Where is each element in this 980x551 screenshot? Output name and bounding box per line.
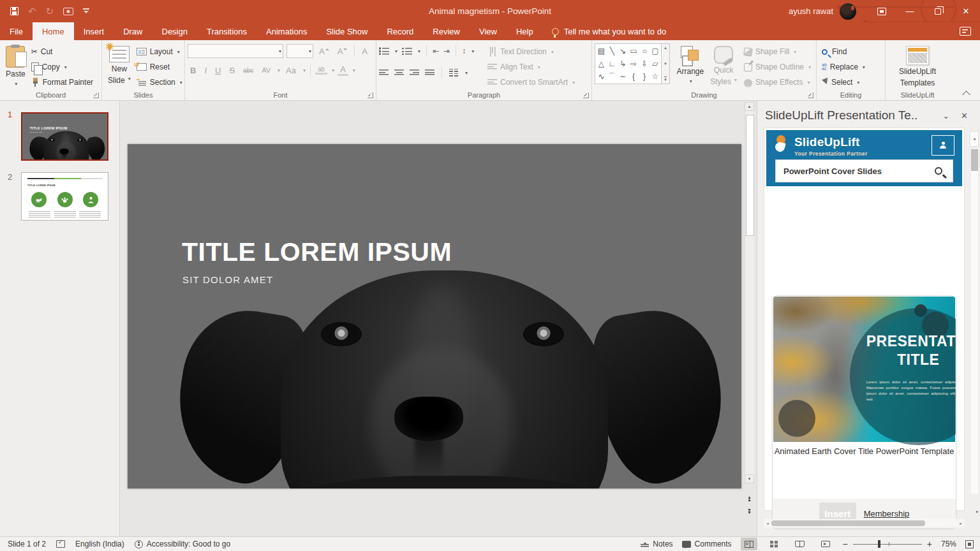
tab-file[interactable]: File — [0, 22, 33, 40]
comments-flyout-icon[interactable] — [960, 27, 971, 36]
ribbon-display-options-icon[interactable] — [868, 0, 896, 22]
tab-help[interactable]: Help — [507, 22, 543, 40]
slide-1-thumbnail[interactable]: TITLE LOREM IPSUM SIT DOLOR AMET — [21, 112, 108, 161]
hscroll-right-icon[interactable]: ▸ — [957, 521, 965, 526]
pane-scroll-down-icon[interactable]: ▾ — [976, 510, 978, 515]
slide-title-textbox[interactable]: TITLE LOREM IPSUM — [182, 237, 452, 267]
text-highlight-button[interactable]: ab — [315, 66, 327, 75]
avatar[interactable] — [840, 3, 856, 20]
shape-right-brace-icon[interactable]: } — [643, 73, 646, 80]
collapse-ribbon-icon[interactable] — [962, 91, 971, 96]
shapes-more-icon[interactable]: ▾ — [664, 77, 667, 82]
slideshow-view-button[interactable] — [817, 538, 834, 550]
slide-2-thumbnail[interactable]: TITLE LOREM IPSUM — [21, 172, 108, 221]
shape-star-icon[interactable]: ☆ — [652, 73, 659, 80]
shape-line-icon[interactable]: ╲ — [610, 47, 614, 55]
tab-review[interactable]: Review — [423, 22, 470, 40]
tab-home[interactable]: Home — [33, 22, 74, 40]
layout-button[interactable]: Layout ▾ — [134, 45, 185, 59]
template-card[interactable]: PRESENTATION TITLE Lorem ipsum dolor sit… — [772, 295, 956, 529]
paragraph-dialog-launcher[interactable] — [583, 92, 589, 98]
select-button[interactable]: Select ▾ — [819, 75, 882, 89]
pane-vscroll-thumb[interactable] — [971, 149, 978, 171]
new-slide-button[interactable]: New Slide▾ — [105, 43, 134, 91]
shapes-scroll-up-icon[interactable]: ▴ — [664, 45, 667, 50]
pane-collapse-icon[interactable]: ◂ — [970, 131, 979, 147]
shape-triangle-icon[interactable]: △ — [598, 60, 604, 68]
next-slide-icon[interactable]: ▼▼ — [745, 506, 754, 517]
justify-icon[interactable] — [425, 69, 434, 77]
scrollbar-track[interactable] — [745, 111, 754, 474]
line-spacing-icon[interactable]: ↕ — [462, 47, 466, 55]
italic-button[interactable]: I — [202, 66, 209, 75]
align-center-icon[interactable] — [394, 69, 404, 77]
increase-font-size-button[interactable]: A — [316, 47, 332, 56]
tab-animations[interactable]: Animations — [256, 22, 316, 40]
align-right-icon[interactable] — [410, 69, 419, 77]
character-spacing-button[interactable]: AV — [259, 66, 273, 74]
strikethrough-button[interactable]: S — [226, 66, 237, 75]
hscroll-left-icon[interactable]: ◂ — [764, 521, 771, 526]
columns-icon[interactable] — [449, 69, 458, 77]
find-button[interactable]: Find — [819, 45, 882, 59]
decrease-indent-icon[interactable]: ⇤ — [433, 47, 439, 55]
shape-right-arrow-icon[interactable]: ⇨ — [630, 60, 637, 68]
text-highlight-dropdown-icon[interactable]: ▾ — [332, 68, 334, 73]
tell-me-search[interactable]: Tell me what you want to do — [552, 22, 666, 40]
copy-button[interactable]: Copy ▾ — [29, 60, 96, 74]
clear-formatting-button[interactable]: A — [359, 47, 370, 56]
task-pane-options-chevron-icon[interactable]: ⌄ — [937, 111, 955, 121]
shape-scribble-icon[interactable]: ∿ — [598, 73, 604, 80]
spell-check-icon[interactable] — [56, 540, 65, 548]
font-size-combobox[interactable]: ▾ — [286, 44, 313, 58]
accessibility-status[interactable]: Accessibility: Good to go — [135, 540, 230, 548]
shape-snip-corner-icon[interactable]: ▱ — [652, 60, 658, 68]
language-status[interactable]: English (India) — [75, 540, 124, 548]
scroll-up-icon[interactable]: ▴ — [745, 102, 754, 111]
tab-insert[interactable]: Insert — [74, 22, 114, 40]
arrange-button[interactable]: Arrange ▾ — [674, 43, 708, 91]
pane-vertical-scrollbar[interactable] — [971, 149, 978, 494]
line-spacing-dropdown-icon[interactable]: ▾ — [471, 48, 474, 54]
notes-toggle[interactable]: Notes — [641, 540, 672, 548]
slideuplift-templates-button[interactable]: SlideUpLift Templates — [896, 43, 939, 91]
text-direction-button[interactable]: Text Direction ▾ — [485, 45, 577, 59]
shape-elbow-icon[interactable]: ∟ — [608, 60, 616, 68]
shape-line-arrow-icon[interactable]: ↘ — [620, 47, 626, 55]
reading-view-button[interactable] — [792, 538, 808, 550]
shape-rectangle-icon[interactable]: ▭ — [630, 47, 637, 55]
underline-button[interactable]: U — [212, 66, 223, 75]
reset-button[interactable]: Reset — [134, 60, 185, 74]
shape-down-arrow-icon[interactable]: ⇩ — [641, 60, 648, 68]
cut-button[interactable]: ✂ Cut — [29, 45, 96, 59]
tab-slideshow[interactable]: Slide Show — [316, 22, 377, 40]
template-search-input[interactable] — [776, 166, 935, 176]
bullets-icon[interactable] — [379, 47, 389, 55]
columns-dropdown-icon[interactable]: ▾ — [465, 70, 468, 76]
shape-textbox-icon[interactable]: ▤ — [598, 47, 605, 55]
comments-toggle[interactable]: Comments — [682, 540, 732, 548]
zoom-out-icon[interactable]: − — [843, 539, 848, 549]
format-painter-button[interactable]: Format Painter — [29, 75, 96, 89]
character-spacing-dropdown-icon[interactable]: ▾ — [278, 68, 280, 73]
zoom-percentage[interactable]: 75% — [941, 540, 956, 548]
change-case-button[interactable]: Aa — [283, 66, 299, 75]
shape-curve-icon[interactable]: ∼ — [620, 73, 626, 80]
font-color-button[interactable]: A — [338, 64, 348, 76]
numbering-icon[interactable] — [402, 47, 412, 55]
align-text-button[interactable]: Align Text ▾ — [485, 60, 577, 74]
zoom-in-icon[interactable]: + — [927, 539, 932, 549]
membership-link[interactable]: Membership — [864, 509, 910, 518]
shape-arc-icon[interactable]: ⌒ — [608, 73, 616, 80]
replace-button[interactable]: abac Replace ▾ — [819, 60, 882, 74]
normal-view-button[interactable] — [741, 538, 757, 550]
scrollbar-thumb[interactable] — [746, 115, 754, 236]
slide-canvas[interactable]: TITLE LOREM IPSUM SIT DOLOR AMET — [128, 144, 741, 489]
shape-elbow-arrow-icon[interactable]: ↳ — [620, 60, 626, 68]
slide-subtitle-textbox[interactable]: SIT DOLOR AMET — [182, 274, 273, 285]
increase-indent-icon[interactable]: ⇥ — [443, 47, 450, 55]
zoom-slider-thumb[interactable] — [878, 540, 880, 548]
restore-icon[interactable] — [924, 0, 952, 22]
tab-transitions[interactable]: Transitions — [197, 22, 256, 40]
bullets-dropdown-icon[interactable]: ▾ — [395, 48, 397, 54]
